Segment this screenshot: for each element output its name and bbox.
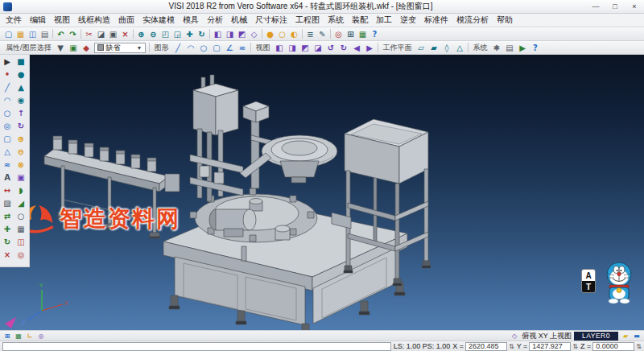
- workplane-reset-icon[interactable]: △: [454, 42, 466, 54]
- view-top-icon[interactable]: ◧: [212, 28, 224, 40]
- copy-icon[interactable]: ◪: [95, 28, 107, 40]
- menu-item-1[interactable]: 文件: [2, 14, 26, 27]
- menu-item-9[interactable]: 机械: [227, 14, 251, 27]
- coord-y-value[interactable]: 1427.927: [529, 342, 571, 351]
- menu-item-5[interactable]: 曲面: [114, 14, 138, 27]
- menu-item-6[interactable]: 实体建模: [138, 14, 179, 27]
- rectangle-icon[interactable]: ▢: [211, 42, 223, 54]
- solid-cone-icon[interactable]: ▲: [14, 81, 27, 93]
- coord-z-stepper[interactable]: ⇅: [636, 343, 642, 350]
- macro-run-icon[interactable]: ▶: [517, 42, 529, 54]
- maximize-button[interactable]: □: [605, 1, 625, 13]
- boolean-union-icon[interactable]: ⊕: [14, 133, 27, 145]
- line-style-icon[interactable]: ▬: [632, 332, 642, 341]
- cut-icon[interactable]: ✂: [83, 28, 95, 40]
- menu-item-18[interactable]: 帮助: [493, 14, 517, 27]
- wireframe-view-icon[interactable]: ○: [276, 28, 288, 40]
- workplane-face-icon[interactable]: ◊: [441, 42, 453, 54]
- view-xz-icon[interactable]: ◨: [287, 42, 299, 54]
- fillet-icon[interactable]: ◗: [14, 184, 27, 196]
- arc-tool-icon[interactable]: ◠: [1, 94, 14, 106]
- circle-icon[interactable]: ○: [198, 42, 210, 54]
- zoom-window-icon[interactable]: ◲: [171, 28, 184, 40]
- coordinate-x[interactable]: X = 2620.485 ⇅: [452, 342, 514, 351]
- grid-toggle-icon[interactable]: ▦: [14, 332, 23, 341]
- rectangle-tool-icon[interactable]: ▢: [1, 133, 14, 145]
- hidden-line-icon[interactable]: ◐: [288, 28, 300, 40]
- database-icon[interactable]: ▤: [504, 42, 516, 54]
- view-iso2-icon[interactable]: ◪: [312, 42, 324, 54]
- minimize-button[interactable]: —: [586, 1, 605, 13]
- pattern-icon[interactable]: ▦: [14, 223, 27, 235]
- viewport-3d[interactable]: X Y Z 智造资料网 A T: [0, 55, 644, 330]
- print-icon[interactable]: ▤: [39, 28, 51, 40]
- pick-color-icon[interactable]: ◆: [80, 42, 93, 54]
- select-arrow-icon[interactable]: ▶: [1, 56, 14, 68]
- rotate-tool-icon[interactable]: ↻: [1, 236, 14, 248]
- measure-icon[interactable]: ◎: [332, 28, 345, 40]
- settings-icon[interactable]: ✱: [491, 42, 503, 54]
- coord-y-stepper[interactable]: ⇅: [572, 343, 578, 350]
- menu-item-17[interactable]: 模流分析: [452, 14, 493, 27]
- menu-item-10[interactable]: 尺寸标注: [251, 14, 291, 27]
- workplane-3pt-icon[interactable]: ▰: [428, 42, 440, 54]
- grid-icon[interactable]: ▦: [357, 28, 369, 40]
- mirror-tool-icon[interactable]: ⇄: [1, 210, 14, 222]
- attributes-icon[interactable]: ✎: [316, 28, 328, 40]
- undo-icon[interactable]: ↶: [55, 28, 67, 40]
- dimension-tool-icon[interactable]: ↔: [1, 184, 14, 196]
- cad-model-machine[interactable]: X Y Z: [0, 55, 644, 330]
- extrude-icon[interactable]: ↑: [14, 107, 27, 119]
- view-iso-icon[interactable]: ◇: [248, 28, 260, 40]
- press-tower[interactable]: [190, 75, 283, 201]
- chamfer-icon[interactable]: ◢: [14, 197, 27, 209]
- snap-toggle-icon[interactable]: ⊞: [2, 332, 12, 341]
- coordinate-z[interactable]: Z = 0.0000 ⇅: [580, 342, 642, 351]
- solid-sphere-icon[interactable]: ◉: [14, 94, 27, 106]
- coord-z-value[interactable]: 0.0000: [592, 342, 634, 351]
- workplane-xy-icon[interactable]: ▱: [415, 42, 427, 54]
- view-xy-icon[interactable]: ◧: [274, 42, 286, 54]
- menu-item-13[interactable]: 装配: [348, 14, 372, 27]
- view-right-icon[interactable]: ◩: [236, 28, 248, 40]
- menu-item-16[interactable]: 标准件: [420, 14, 452, 27]
- move-tool-icon[interactable]: ✚: [1, 223, 14, 235]
- menu-item-11[interactable]: 工程图: [291, 14, 324, 27]
- calculator-icon[interactable]: ⊞: [345, 28, 357, 40]
- menu-item-2[interactable]: 编辑: [26, 14, 50, 27]
- point-icon[interactable]: •: [1, 68, 14, 81]
- info-icon[interactable]: ?: [530, 42, 542, 54]
- zoom-out-icon[interactable]: ⊖: [147, 28, 159, 40]
- view-front-icon[interactable]: ◨: [224, 28, 236, 40]
- close-button[interactable]: ×: [625, 1, 644, 13]
- spline-icon[interactable]: ≈: [237, 42, 249, 54]
- view-rotate-right-icon[interactable]: ↻: [338, 42, 350, 54]
- layers-icon[interactable]: ≡: [304, 28, 316, 40]
- ellipse-tool-icon[interactable]: ◎: [1, 120, 14, 132]
- current-view-label[interactable]: ◇ 俯视 XY 上视图: [510, 331, 572, 341]
- command-input[interactable]: [2, 342, 391, 351]
- circle-tool-icon[interactable]: ○: [1, 107, 14, 119]
- measure-3d-icon[interactable]: ◎: [14, 249, 27, 261]
- menu-item-3[interactable]: 视图: [50, 14, 74, 27]
- view-next-icon[interactable]: ▶: [364, 42, 376, 54]
- open-file-icon[interactable]: ▦: [14, 28, 27, 40]
- boolean-subtract-icon[interactable]: ⊖: [14, 146, 27, 158]
- view-yz-icon[interactable]: ◩: [299, 42, 312, 54]
- spline-tool-icon[interactable]: ≈: [1, 159, 14, 171]
- hatch-tool-icon[interactable]: ▨: [1, 197, 14, 209]
- layer-combo[interactable]: 缺省 ▼: [94, 43, 146, 53]
- menu-item-4[interactable]: 线框构造: [74, 14, 114, 27]
- boolean-intersect-icon[interactable]: ⊗: [14, 159, 27, 171]
- solid-cylinder-icon[interactable]: ●: [14, 68, 27, 81]
- new-file-icon[interactable]: ▢: [2, 28, 14, 40]
- shell-icon[interactable]: ▣: [14, 171, 27, 184]
- view-rotate-left-icon[interactable]: ↺: [325, 42, 337, 54]
- active-layer-badge[interactable]: LAYER0: [574, 332, 618, 341]
- menu-item-7[interactable]: 模具: [179, 14, 203, 27]
- menu-item-8[interactable]: 分析: [203, 14, 227, 27]
- help-icon[interactable]: ?: [369, 28, 381, 40]
- filter-icon[interactable]: ▼: [55, 42, 67, 54]
- polygon-tool-icon[interactable]: △: [1, 146, 14, 158]
- save-icon[interactable]: ◫: [27, 28, 39, 40]
